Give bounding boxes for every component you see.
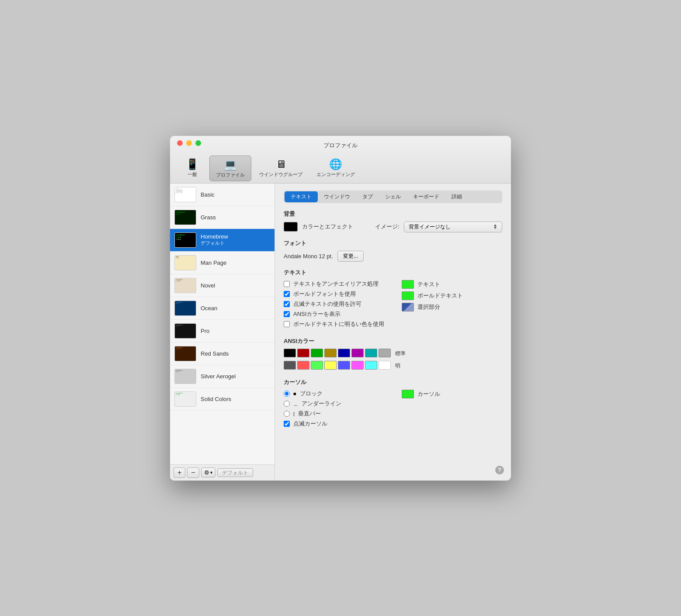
ansi-std-5[interactable] xyxy=(351,349,364,357)
ansi-bright-5[interactable] xyxy=(351,361,364,370)
text-colors-col: テキスト ボールドテキスト 選択部分 xyxy=(402,280,502,330)
cursor-blink-label: 点滅カーソル xyxy=(293,420,327,428)
profile-thumb-solidcolors: user@host $ pwd xyxy=(174,391,196,407)
cursor-color-row: カーソル xyxy=(402,390,502,398)
profile-item-ocean[interactable]: user@host $ ls Ocean xyxy=(170,297,274,320)
default-button[interactable]: デフォルト xyxy=(217,468,253,477)
ansi-bright-4[interactable] xyxy=(338,361,350,370)
font-change-button[interactable]: 変更... xyxy=(337,251,364,262)
tab-detail[interactable]: 詳細 xyxy=(445,191,468,202)
text-checkbox-4[interactable] xyxy=(284,321,290,327)
toolbar-profiles[interactable]: 💻 プロファイル xyxy=(209,156,251,181)
remove-profile-button[interactable]: − xyxy=(187,467,199,478)
ansi-bright-3[interactable] xyxy=(324,361,337,370)
cursor-underline-icon: ＿ xyxy=(293,400,298,407)
ansi-bright-1[interactable] xyxy=(297,361,309,370)
cursor-radio-1[interactable] xyxy=(284,401,290,407)
profile-name-manpage: Man Page xyxy=(201,260,270,266)
profile-item-novel[interactable]: user@host $ echo Novel xyxy=(170,274,274,297)
profile-thumb-grass: user@host $ ls xyxy=(174,210,196,225)
sidebar-toolbar: + − ⚙ ▾ デフォルト xyxy=(170,464,274,481)
profile-info-novel: Novel xyxy=(201,282,270,289)
ansi-bright-2[interactable] xyxy=(311,361,323,370)
toolbar-general[interactable]: 📱 一般 xyxy=(177,156,208,181)
ansi-std-6[interactable] xyxy=(365,349,377,357)
text-color-swatch-0[interactable] xyxy=(402,280,414,289)
ansi-std-7[interactable] xyxy=(379,349,391,357)
profile-name-basic: Basic xyxy=(201,191,270,198)
encoding-icon: 🌐 xyxy=(329,158,342,170)
profile-name-grass: Grass xyxy=(201,214,270,221)
dropdown-arrow-icon: ⇕ xyxy=(493,224,497,230)
ansi-std-1[interactable] xyxy=(297,349,309,357)
text-option-2: 点滅テキストの使用を許可 xyxy=(284,300,384,308)
profile-item-manpage[interactable]: NAME ls(1) Man Page xyxy=(170,252,274,274)
ansi-bright-0[interactable] xyxy=(284,361,296,370)
add-profile-button[interactable]: + xyxy=(174,467,185,478)
text-label-4: ボールドテキストに明るい色を使用 xyxy=(293,320,384,328)
cursor-color-swatch[interactable] xyxy=(402,390,414,398)
text-color-swatch-1[interactable] xyxy=(402,291,414,300)
text-option-1: ボールドフォントを使用 xyxy=(284,290,384,298)
ansi-bright-6[interactable] xyxy=(365,361,377,370)
toolbar-encoding-label: エンコーディング xyxy=(316,171,355,178)
text-checkbox-1[interactable] xyxy=(284,291,290,297)
background-color-swatch[interactable] xyxy=(284,222,298,232)
profile-subtitle-homebrew: デフォルト xyxy=(201,240,270,246)
cursor-blink-checkbox[interactable] xyxy=(284,421,290,427)
general-icon: 📱 xyxy=(186,158,199,170)
toolbar: 📱 一般 💻 プロファイル 🖥 ウインドウグループ 🌐 エンコーディング xyxy=(177,154,504,183)
ansi-bright-7[interactable] xyxy=(379,361,391,370)
text-option-0: テキストをアンチエイリアス処理 xyxy=(284,280,384,288)
background-row: カラーとエフェクト イメージ: 背景イメージなし ⇕ xyxy=(284,221,502,232)
text-color-label-1: ボールドテキスト xyxy=(417,292,463,300)
tab-text[interactable]: テキスト xyxy=(285,191,318,202)
profile-name-homebrew: Homebrew xyxy=(201,233,270,240)
tab-window[interactable]: ウインドウ xyxy=(318,191,356,202)
cursor-radio-0[interactable] xyxy=(284,391,290,397)
text-two-col: テキストをアンチエイリアス処理 ボールドフォントを使用 点滅テキストの使用を許可 xyxy=(284,280,502,330)
profile-item-basic[interactable]: TERM 1.0 user@host $ ls -la Basic xyxy=(170,183,274,206)
font-section: フォント Andale Mono 12 pt. 変更... xyxy=(284,239,502,262)
text-checkbox-3[interactable] xyxy=(284,311,290,317)
font-row: Andale Mono 12 pt. 変更... xyxy=(284,251,502,262)
ansi-std-0[interactable] xyxy=(284,349,296,357)
text-checkbox-2[interactable] xyxy=(284,301,290,307)
font-title: フォント xyxy=(284,239,502,247)
profile-name-solidcolors: Solid Colors xyxy=(201,396,270,402)
profile-item-solidcolors[interactable]: user@host $ pwd Solid Colors xyxy=(170,388,274,411)
cursor-radio-2[interactable] xyxy=(284,411,290,417)
profile-item-pro[interactable]: user@host $ vi Pro xyxy=(170,320,274,343)
profile-item-silveraerogel[interactable]: user@host $ ls Silver Aerogel xyxy=(170,365,274,388)
tab-tab[interactable]: タブ xyxy=(356,191,379,202)
window-title: プロファイル xyxy=(177,142,504,149)
background-color-label: カラーとエフェクト xyxy=(302,223,353,231)
cursor-label-1: アンダーライン xyxy=(302,400,341,408)
profile-name-redsands: Red Sands xyxy=(201,350,270,357)
profile-item-homebrew[interactable]: user@host $ pwd /home Homebrew デフォルト xyxy=(170,229,274,252)
help-button[interactable]: ? xyxy=(495,466,504,474)
tab-shell[interactable]: シェル xyxy=(379,191,407,202)
toolbar-encoding[interactable]: 🌐 エンコーディング xyxy=(310,156,361,181)
profile-name-novel: Novel xyxy=(201,282,270,289)
cursor-color-label: カーソル xyxy=(417,390,440,398)
background-image-dropdown[interactable]: 背景イメージなし ⇕ xyxy=(404,221,502,232)
toolbar-general-label: 一般 xyxy=(188,171,197,178)
text-color-swatch-2[interactable] xyxy=(402,303,414,311)
ansi-bright-label: 明 xyxy=(393,362,400,370)
text-label-2: 点滅テキストの使用を許可 xyxy=(293,300,361,308)
content-area: TERM 1.0 user@host $ ls -la Basic user@h… xyxy=(170,183,511,481)
profile-item-redsands[interactable]: user@host $ cd ~ Red Sands xyxy=(170,343,274,365)
ansi-std-3[interactable] xyxy=(324,349,337,357)
text-color-row-2: 選択部分 xyxy=(402,303,502,311)
profile-item-grass[interactable]: user@host $ ls Grass xyxy=(170,206,274,229)
toolbar-windowgroups[interactable]: 🖥 ウインドウグループ xyxy=(253,156,309,181)
cursor-label-2: 垂直バー xyxy=(298,410,321,418)
ansi-std-2[interactable] xyxy=(311,349,323,357)
text-checkbox-0[interactable] xyxy=(284,281,290,287)
ansi-std-4[interactable] xyxy=(338,349,350,357)
profile-thumb-redsands: user@host $ cd ~ xyxy=(174,346,196,361)
tab-keyboard[interactable]: キーボード xyxy=(407,191,445,202)
gear-button[interactable]: ⚙ ▾ xyxy=(201,467,215,478)
ansi-title: ANSIカラー xyxy=(284,337,502,345)
